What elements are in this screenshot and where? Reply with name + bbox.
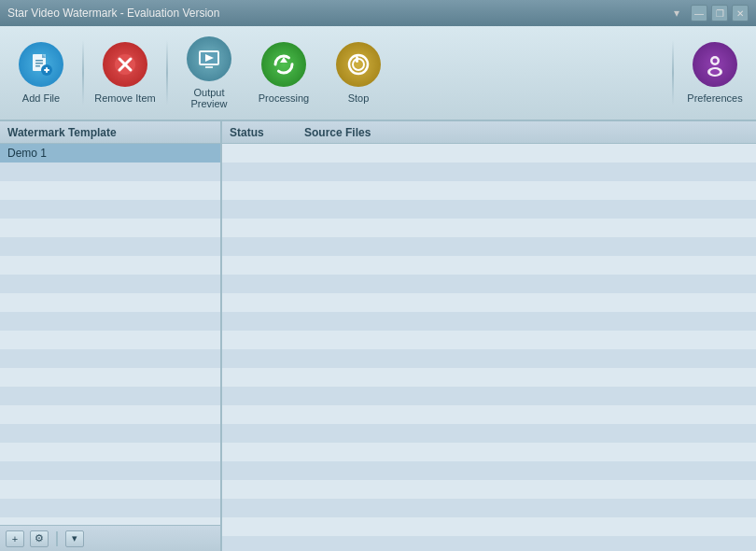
close-button[interactable]: ✕	[732, 5, 749, 21]
template-list-item[interactable]	[0, 424, 220, 443]
remove-item-label: Remove Item	[94, 92, 155, 104]
source-file-row[interactable]	[222, 387, 756, 405]
stop-icon	[336, 42, 381, 87]
add-template-button[interactable]: +	[6, 530, 24, 547]
separator-3	[672, 40, 674, 106]
template-list-item[interactable]	[0, 219, 220, 237]
source-file-row[interactable]	[222, 443, 756, 461]
remove-svg	[112, 51, 138, 78]
template-list-item[interactable]	[0, 349, 220, 368]
wifi-icon: ▾	[674, 7, 679, 20]
svg-rect-19	[356, 56, 358, 63]
source-file-row[interactable]	[222, 256, 756, 275]
processing-label: Processing	[259, 92, 309, 104]
output-preview-icon	[187, 36, 231, 81]
source-file-row[interactable]	[222, 331, 756, 349]
add-file-button[interactable]: Add File	[4, 31, 78, 115]
main-content: Watermark Template Demo 1 + ⚙ ▾ Status S…	[0, 121, 756, 551]
remove-item-icon	[103, 42, 147, 87]
add-file-svg	[28, 51, 54, 78]
window-controls: ▾ — ❐ ✕	[674, 5, 749, 21]
output-preview-label: Output Preview	[177, 87, 241, 109]
footer-separator	[56, 531, 58, 546]
preferences-icon	[693, 42, 737, 87]
template-list-item[interactable]	[0, 162, 220, 181]
settings-template-button[interactable]: ⚙	[30, 530, 49, 547]
template-list-item[interactable]	[0, 237, 220, 256]
toolbar: Add File Remove Item Output Preview	[0, 26, 756, 121]
template-list-item[interactable]	[0, 181, 220, 200]
source-file-row[interactable]	[222, 424, 756, 443]
svg-rect-4	[35, 65, 40, 67]
preferences-label: Preferences	[687, 92, 742, 104]
output-preview-button[interactable]: Output Preview	[172, 31, 246, 115]
template-list-item[interactable]	[0, 480, 220, 499]
template-list-item[interactable]	[0, 499, 220, 517]
source-file-row[interactable]	[222, 349, 756, 368]
restore-button[interactable]: ❐	[711, 5, 728, 21]
stop-button[interactable]: Stop	[321, 31, 396, 115]
source-file-row[interactable]	[222, 200, 756, 219]
template-list-item[interactable]	[0, 275, 220, 293]
template-list-item[interactable]	[0, 368, 220, 387]
source-file-row[interactable]	[222, 517, 756, 536]
source-file-row[interactable]	[222, 480, 756, 499]
source-file-row[interactable]	[222, 162, 756, 181]
source-file-row[interactable]	[222, 461, 756, 480]
source-file-row[interactable]	[222, 144, 756, 162]
svg-rect-14	[205, 66, 213, 68]
preview-svg	[196, 46, 222, 72]
template-list-item[interactable]	[0, 256, 220, 275]
watermark-template-header: Watermark Template	[0, 121, 220, 144]
dropdown-template-button[interactable]: ▾	[65, 530, 84, 547]
template-list-item[interactable]	[0, 517, 220, 525]
template-list-item[interactable]	[0, 443, 220, 461]
source-file-row[interactable]	[222, 312, 756, 331]
status-column-header: Status	[230, 126, 304, 139]
source-file-row[interactable]	[222, 293, 756, 312]
source-file-row[interactable]	[222, 219, 756, 237]
right-panel: Status Source Files	[222, 121, 756, 551]
source-file-row[interactable]	[222, 275, 756, 293]
separator-2	[166, 40, 168, 106]
svg-rect-3	[35, 63, 43, 64]
template-list-item[interactable]	[0, 387, 220, 405]
template-list-item[interactable]	[0, 331, 220, 349]
title-bar: Star Video Watermark - Evaluation Versio…	[0, 0, 756, 26]
stop-svg	[345, 51, 371, 78]
stop-label: Stop	[348, 92, 370, 104]
template-list-item[interactable]: Demo 1	[0, 144, 220, 162]
app-title: Star Video Watermark - Evaluation Versio…	[7, 7, 219, 20]
right-panel-header: Status Source Files	[222, 121, 756, 144]
source-files-list[interactable]	[222, 144, 756, 551]
watermark-template-list[interactable]: Demo 1	[0, 144, 220, 525]
remove-item-button[interactable]: Remove Item	[88, 31, 162, 115]
add-file-icon	[19, 42, 63, 87]
source-file-row[interactable]	[222, 368, 756, 387]
svg-rect-7	[46, 67, 48, 73]
source-file-row[interactable]	[222, 536, 756, 551]
template-list-item[interactable]	[0, 293, 220, 312]
left-panel: Watermark Template Demo 1 + ⚙ ▾	[0, 121, 222, 551]
minimize-button[interactable]: —	[691, 5, 707, 21]
prefs-svg	[702, 51, 728, 78]
processing-svg	[271, 51, 297, 78]
template-list-item[interactable]	[0, 405, 220, 424]
svg-rect-2	[35, 60, 43, 62]
source-file-row[interactable]	[222, 237, 756, 256]
separator-1	[82, 40, 84, 106]
source-file-row[interactable]	[222, 405, 756, 424]
svg-point-21	[713, 59, 718, 64]
source-file-row[interactable]	[222, 181, 756, 200]
add-file-label: Add File	[22, 92, 60, 104]
left-panel-footer: + ⚙ ▾	[0, 525, 220, 551]
source-files-column-header: Source Files	[304, 126, 749, 139]
source-file-row[interactable]	[222, 499, 756, 517]
processing-icon	[261, 42, 306, 87]
preferences-button[interactable]: Preferences	[678, 31, 752, 115]
template-list-item[interactable]	[0, 312, 220, 331]
template-list-item[interactable]	[0, 461, 220, 480]
template-list-item[interactable]	[0, 200, 220, 219]
processing-button[interactable]: Processing	[246, 31, 321, 115]
svg-point-23	[710, 69, 720, 75]
